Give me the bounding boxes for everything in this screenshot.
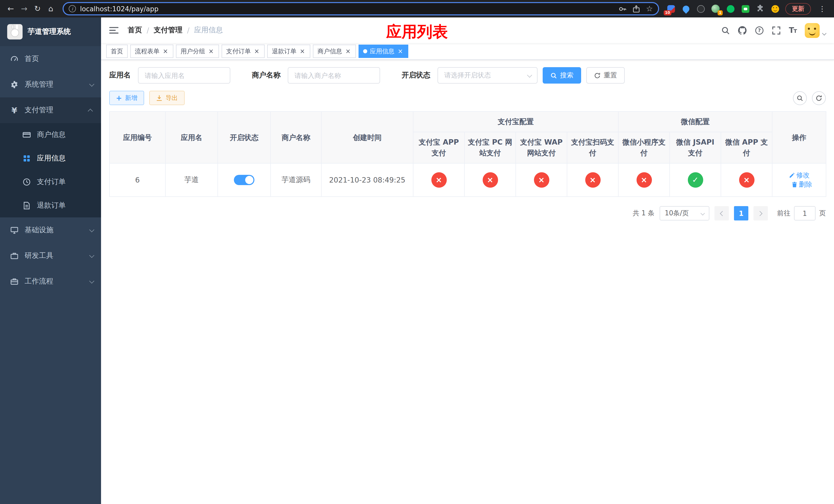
- merchant-name-input[interactable]: [288, 67, 380, 84]
- sidebar-item-refund-order[interactable]: 退款订单: [0, 194, 101, 217]
- bookmark-star-icon[interactable]: ☆: [646, 5, 653, 13]
- tab-home[interactable]: 首页: [106, 45, 128, 58]
- breadcrumb-item[interactable]: 首页: [128, 26, 142, 35]
- sidebar-toggle-icon[interactable]: [109, 25, 119, 36]
- chevron-right-icon: [757, 211, 763, 216]
- reload-icon[interactable]: ↻: [31, 2, 44, 15]
- close-icon[interactable]: [397, 48, 404, 54]
- col-app-id: 应用编号: [110, 112, 166, 163]
- reset-button[interactable]: 重置: [586, 67, 625, 84]
- sidebar-item-workflow[interactable]: 工作流程: [0, 269, 101, 294]
- sidebar-item-payment[interactable]: ¥ 支付管理: [0, 97, 101, 123]
- url-bar[interactable]: i localhost:1024/pay/app ☆: [63, 2, 659, 15]
- sidebar-item-label: 基础设施: [25, 226, 83, 235]
- browser-update-button[interactable]: 更新: [785, 3, 811, 15]
- add-button[interactable]: 新增: [109, 91, 144, 105]
- export-button[interactable]: 导出: [149, 91, 184, 105]
- extension-icon-dark-circle[interactable]: [696, 4, 705, 13]
- site-info-icon[interactable]: i: [69, 5, 76, 12]
- filter-form: 应用名 商户名称 开启状态 请选择开启状态: [109, 67, 826, 84]
- edit-link[interactable]: 修改: [789, 171, 810, 180]
- status-label: 开启状态: [402, 71, 430, 80]
- sidebar-item-label: 退款订单: [37, 201, 93, 210]
- close-icon[interactable]: [208, 48, 214, 54]
- font-size-icon[interactable]: TT: [789, 26, 796, 34]
- col-alipay-app: 支付宝 APP 支付: [413, 132, 464, 163]
- trash-icon: [791, 182, 797, 188]
- app-name-input[interactable]: [138, 67, 230, 84]
- col-wechat-jsapi: 微信 JSAPI 支付: [670, 132, 721, 163]
- briefcase-icon: [10, 277, 19, 285]
- close-icon[interactable]: [162, 48, 169, 54]
- user-avatar[interactable]: [805, 23, 820, 38]
- tab-process-form[interactable]: 流程表单: [130, 45, 173, 58]
- password-key-icon[interactable]: [618, 5, 626, 13]
- help-icon[interactable]: ?: [755, 26, 764, 35]
- breadcrumb-item[interactable]: 支付管理: [154, 26, 182, 35]
- col-alipay-wap: 支付宝 WAP 网站支付: [516, 132, 567, 163]
- profile-avatar-icon[interactable]: 1: [711, 4, 720, 13]
- extension-icon-blue[interactable]: 10: [666, 4, 676, 13]
- next-page-button[interactable]: [753, 206, 768, 221]
- page-title: 应用列表: [386, 22, 448, 43]
- extension-icon-drop[interactable]: [681, 4, 690, 13]
- close-icon[interactable]: [345, 48, 351, 54]
- chevron-down-icon: [701, 211, 705, 215]
- sidebar-item-dev-tools[interactable]: 研发工具: [0, 243, 101, 269]
- sidebar-item-home[interactable]: 首页: [0, 46, 101, 72]
- page-number-button[interactable]: 1: [734, 206, 748, 221]
- back-icon[interactable]: ←: [4, 2, 18, 15]
- status-select[interactable]: 请选择开启状态: [438, 67, 537, 84]
- col-status: 开启状态: [218, 112, 270, 163]
- sidebar-item-system[interactable]: 系统管理: [0, 72, 101, 97]
- close-icon[interactable]: [254, 48, 260, 54]
- sidebar-item-label: 首页: [25, 54, 93, 64]
- extension-icon-green-circle[interactable]: [726, 4, 735, 13]
- search-button[interactable]: 搜索: [543, 67, 581, 84]
- tab-app-info[interactable]: 应用信息: [358, 45, 408, 58]
- sidebar-item-merchant-info[interactable]: 商户信息: [0, 123, 101, 147]
- extensions-cluster: 10 1 更新 ⋮: [664, 3, 830, 15]
- refresh-table-button[interactable]: [812, 91, 826, 105]
- col-merchant-name: 商户名称: [270, 112, 321, 163]
- share-icon[interactable]: [632, 5, 640, 13]
- prev-page-button[interactable]: [715, 206, 729, 221]
- tab-pay-order[interactable]: 支付订单: [222, 45, 265, 58]
- tab-bar: 首页 流程表单 用户分组 支付订单 退款订单 商户信息 应用信息: [101, 43, 834, 60]
- toggle-search-button[interactable]: [793, 91, 807, 105]
- col-group-wechat: 微信配置: [618, 112, 772, 132]
- browser-menu-icon[interactable]: ⋮: [816, 5, 828, 13]
- status-toggle[interactable]: [234, 175, 255, 185]
- fullscreen-icon[interactable]: [772, 26, 781, 35]
- tab-user-group[interactable]: 用户分组: [176, 45, 219, 58]
- sidebar-item-app-info[interactable]: 应用信息: [0, 147, 101, 170]
- close-icon[interactable]: [299, 48, 306, 54]
- extensions-puzzle-icon[interactable]: [755, 4, 765, 13]
- forward-icon[interactable]: →: [18, 2, 31, 15]
- toolbox-icon: [10, 252, 19, 260]
- extension-icon-green-square[interactable]: [741, 4, 750, 13]
- page-size-select[interactable]: 10条/页: [660, 206, 709, 221]
- avatar-caret-icon: [822, 31, 827, 36]
- url-text[interactable]: localhost:1024/pay/app: [80, 5, 614, 13]
- tab-refund-order[interactable]: 退款订单: [267, 45, 310, 58]
- app-logo: 芋道管理系统: [0, 18, 101, 46]
- col-alipay-pc: 支付宝 PC 网站支付: [464, 132, 516, 163]
- card-icon: [23, 131, 31, 139]
- document-icon: [23, 202, 31, 210]
- github-icon[interactable]: [738, 26, 747, 35]
- tab-merchant-info[interactable]: 商户信息: [313, 45, 356, 58]
- goto-page-input[interactable]: [794, 206, 815, 221]
- monitor-icon: [10, 226, 19, 234]
- sidebar-item-infrastructure[interactable]: 基础设施: [0, 217, 101, 243]
- extension-icon-smiley[interactable]: [770, 4, 780, 13]
- col-wechat-app: 微信 APP 支付: [721, 132, 772, 163]
- logo-avatar: [7, 24, 23, 40]
- table-row: 6 芋道 芋道源码 2021-10-23 08:49:25 × × × × × …: [110, 163, 826, 197]
- download-icon: [156, 95, 162, 101]
- delete-link[interactable]: 删除: [791, 180, 812, 189]
- home-icon[interactable]: ⌂: [44, 2, 58, 15]
- sidebar-item-pay-order[interactable]: 支付订单: [0, 170, 101, 194]
- cell-create-time: 2021-10-23 08:49:25: [321, 163, 413, 197]
- search-icon[interactable]: [721, 26, 730, 35]
